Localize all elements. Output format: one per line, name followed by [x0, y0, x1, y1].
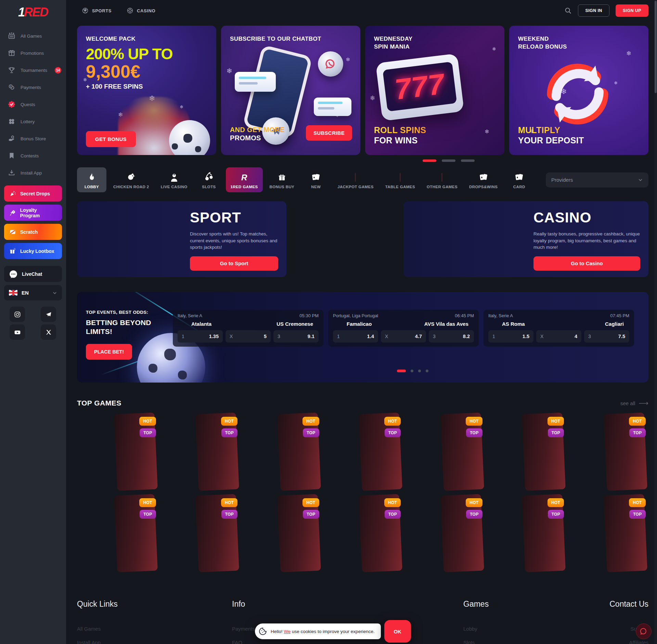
logo-part-red: RED [24, 5, 48, 20]
odd-label: 1 [492, 334, 495, 339]
nav-casino[interactable]: CASINO [127, 7, 155, 14]
tab-other-games[interactable]: OTHER GAMES [422, 167, 462, 192]
banner-reload-bonus[interactable]: ❄ ❄ ❄ ❄ WEEKENDRELOAD BONUS MULTIPLY YO [509, 26, 648, 155]
footer-link-install-app[interactable]: Install App [77, 640, 118, 644]
sidebar-item-quests[interactable]: Quests [0, 96, 66, 113]
footer-link-slots[interactable]: Slots [463, 640, 489, 644]
tab-1red-games[interactable]: R 1RED GAMES [226, 167, 263, 192]
tab-drops-wins[interactable]: DROPS&WINS [464, 167, 502, 192]
betting-dot-3[interactable] [418, 370, 421, 372]
sign-up-button[interactable]: SIGN UP [616, 4, 648, 17]
sign-in-button[interactable]: SIGN IN [578, 4, 609, 17]
tab-bonus-buy[interactable]: BONUS BUY [265, 167, 299, 192]
livechat-button[interactable]: LiveChat [4, 266, 62, 282]
sidebar-item-label: All Games [21, 34, 42, 39]
sidebar-item-lucky-lootbox[interactable]: Lucky Lootbox [4, 243, 62, 259]
game-card: HOTTOP [567, 413, 648, 491]
match-card[interactable]: Italy, Serie A 05:30 PM Atalanta US Crem… [173, 310, 323, 347]
top-badge: TOP [548, 510, 564, 519]
tab-chicken-road-2[interactable]: CHICKEN ROAD 2 [108, 167, 154, 192]
tab-table-games[interactable]: TABLE GAMES [381, 167, 420, 192]
livechat-widget-button[interactable] [636, 623, 652, 639]
tab-new[interactable]: NEW [301, 167, 331, 192]
tab-jackpot-games[interactable]: JACKPOT GAMES [333, 167, 378, 192]
search-icon[interactable] [564, 7, 572, 14]
youtube-button[interactable] [10, 324, 25, 340]
odd-button-x[interactable]: X4 [536, 330, 581, 343]
footer-link-affiliates[interactable]: Affiliates [609, 640, 648, 644]
odd-button-2[interactable]: 38.2 [429, 330, 474, 343]
odd-button-1[interactable]: 11.5 [488, 330, 533, 343]
odd-value: 9.1 [308, 334, 314, 339]
sidebar-item-all-games[interactable]: All Games [0, 27, 66, 44]
footer-heading-games: Games [463, 600, 489, 609]
game-card: HOTTOP [403, 494, 485, 573]
top-badge: TOP [140, 510, 156, 519]
sidebar-item-tournaments[interactable]: Tournaments 14 [0, 62, 66, 79]
nav-sports[interactable]: SPORTS [82, 7, 112, 14]
carousel-dot-3[interactable] [461, 159, 475, 162]
sidebar-item-secret-drops[interactable]: Secret Drops [4, 185, 62, 202]
hot-badge: HOT [384, 498, 401, 507]
betting-dot-2[interactable] [411, 370, 413, 372]
page-scrollbar[interactable] [654, 0, 657, 644]
top-badge: TOP [221, 510, 237, 519]
sidebar: 1RED All Games Promotions Tournaments 14… [0, 0, 66, 644]
x-twitter-button[interactable] [41, 324, 56, 340]
trophy-icon [8, 66, 16, 74]
tab-live-casino[interactable]: LIVE CASINO [156, 167, 192, 192]
sidebar-item-payments[interactable]: € Payments [0, 79, 66, 96]
footer-link-all-games[interactable]: All Games [77, 626, 118, 632]
cookie-we-link[interactable]: We [284, 629, 291, 634]
language-selector[interactable]: EN [4, 285, 62, 300]
odd-button-1[interactable]: 11.35 [178, 330, 223, 343]
banner-spin-mania[interactable]: ❄ ❄ ❄ 777 WEDNESDAYSPIN MANIA ROLL SPINS… [365, 26, 504, 155]
tab-lobby[interactable]: LOBBY [77, 167, 106, 192]
tab-card[interactable]: CARD [504, 167, 534, 192]
sidebar-item-install-app[interactable]: Install App [0, 164, 66, 181]
top-badge: TOP [221, 428, 237, 437]
tab-slots[interactable]: SLOTS [194, 167, 224, 192]
match-card[interactable]: Italy, Serie A 07:45 PM AS Roma Cagliari… [484, 310, 634, 347]
match-card[interactable]: Portugal, Liga Portugal 06:45 PM Famalic… [328, 310, 479, 347]
sidebar-item-bonus-store[interactable]: Bonus Store [0, 130, 66, 147]
footer-link-faq[interactable]: FAQ [232, 640, 255, 644]
sidebar-item-contests[interactable]: Contests [0, 147, 66, 164]
telegram-button[interactable] [41, 307, 56, 322]
odd-button-1[interactable]: 11.4 [333, 330, 378, 343]
banner-welcome-pack[interactable]: ❄ ❄ ❄ ❄ ❄ WELCOME PACK 200% UP TO 9,300€… [77, 26, 216, 155]
brand-logo[interactable]: 1RED [0, 5, 66, 20]
go-to-sport-button[interactable]: Go to Sport [190, 256, 278, 271]
tab-label: CARD [513, 185, 525, 189]
odd-button-x[interactable]: X4.7 [381, 330, 426, 343]
banner-line: PROMOS [230, 134, 284, 142]
instagram-button[interactable] [10, 307, 25, 322]
go-to-casino-button[interactable]: Go to Casino [533, 256, 640, 271]
sidebar-item-label: Quests [21, 102, 35, 107]
banner-chatbot[interactable]: ❄ ❄ ❄ SUBSCRIBE TO OUR CHATBOT AND GET M… [221, 26, 360, 155]
odd-button-2[interactable]: 39.1 [273, 330, 319, 343]
sidebar-item-scratch[interactable]: Scratch [4, 224, 62, 240]
sidebar-promo-buttons: Secret Drops Loyalty Program Scratch Luc… [0, 181, 66, 259]
odd-button-x[interactable]: X5 [226, 330, 271, 343]
subscribe-button[interactable]: SUBSCRIBE [306, 125, 352, 141]
quest-rosette-icon [8, 100, 16, 108]
get-bonus-button[interactable]: GET BONUS [86, 131, 136, 147]
sidebar-item-label: Payments [21, 85, 41, 90]
betting-dot-4[interactable] [426, 370, 428, 372]
odd-label: 3 [433, 334, 436, 339]
see-all-link[interactable]: see all ⟶ [620, 400, 648, 407]
sidebar-item-promotions[interactable]: Promotions [0, 44, 66, 62]
cookie-ok-button[interactable]: OK [384, 620, 411, 643]
scrollbar-thumb[interactable] [655, 1, 657, 93]
footer-link-lobby[interactable]: Lobby [463, 626, 489, 632]
place-bet-button[interactable]: PLACE BET! [86, 344, 132, 360]
footer-link-payments[interactable]: Payments [232, 626, 255, 632]
providers-dropdown[interactable]: Providers [546, 172, 648, 188]
odd-button-2[interactable]: 37.5 [584, 330, 629, 343]
carousel-dot-2[interactable] [442, 159, 455, 162]
sidebar-item-lottery[interactable]: Lottery [0, 113, 66, 130]
sidebar-item-loyalty-program[interactable]: Loyalty Program [4, 205, 62, 221]
betting-dot-1[interactable] [397, 370, 406, 372]
carousel-dot-1[interactable] [423, 159, 436, 162]
